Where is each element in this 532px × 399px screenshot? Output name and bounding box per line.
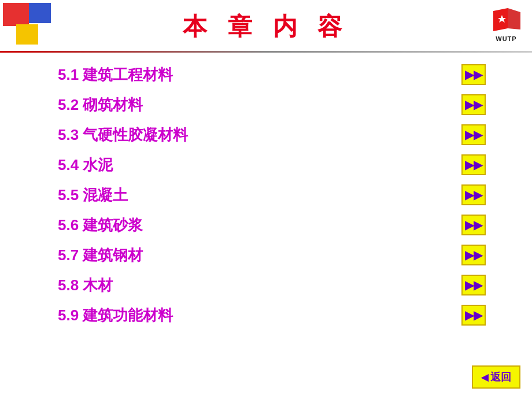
menu-label-5.2: 5.2 砌筑材料 bbox=[58, 95, 143, 115]
arrow-button-5.5[interactable]: ▶▶ bbox=[461, 184, 486, 205]
double-arrow-icon-5.6: ▶▶ bbox=[465, 219, 482, 231]
double-arrow-icon-5.1: ▶▶ bbox=[465, 69, 482, 80]
menu-label-5.9: 5.9 建筑功能材料 bbox=[58, 305, 173, 326]
menu-item-5.4: 5.4 水泥▶▶ bbox=[58, 151, 486, 179]
menu-label-5.5: 5.5 混凝土 bbox=[58, 185, 128, 205]
divider-line bbox=[0, 51, 532, 53]
menu-item-5.7: 5.7 建筑钢材▶▶ bbox=[58, 241, 486, 269]
arrow-button-5.9[interactable]: ▶▶ bbox=[461, 305, 486, 326]
arrow-button-5.8[interactable]: ▶▶ bbox=[461, 275, 486, 295]
return-arrow-icon: ◀ bbox=[481, 372, 488, 383]
double-arrow-icon-5.7: ▶▶ bbox=[465, 249, 482, 261]
double-arrow-icon-5.4: ▶▶ bbox=[465, 159, 482, 171]
menu-item-5.5: 5.5 混凝土▶▶ bbox=[58, 181, 486, 209]
menu-item-5.2: 5.2 砌筑材料▶▶ bbox=[58, 91, 486, 119]
double-arrow-icon-5.8: ▶▶ bbox=[465, 279, 482, 291]
return-button[interactable]: ◀ 返回 bbox=[472, 365, 520, 389]
double-arrow-icon-5.3: ▶▶ bbox=[465, 129, 482, 141]
double-arrow-icon-5.9: ▶▶ bbox=[465, 309, 482, 321]
arrow-button-5.2[interactable]: ▶▶ bbox=[461, 94, 486, 115]
arrow-button-5.4[interactable]: ▶▶ bbox=[461, 154, 486, 175]
menu-container: 5.1 建筑工程材料▶▶5.2 砌筑材料▶▶5.3 气硬性胶凝材料▶▶5.4 水… bbox=[58, 61, 486, 331]
arrow-button-5.1[interactable]: ▶▶ bbox=[461, 64, 486, 85]
arrow-button-5.3[interactable]: ▶▶ bbox=[461, 124, 486, 145]
double-arrow-icon-5.5: ▶▶ bbox=[465, 189, 482, 201]
menu-item-5.9: 5.9 建筑功能材料▶▶ bbox=[58, 301, 486, 329]
menu-item-5.1: 5.1 建筑工程材料▶▶ bbox=[58, 61, 486, 88]
double-arrow-icon-5.2: ▶▶ bbox=[465, 99, 482, 110]
menu-item-5.6: 5.6 建筑砂浆▶▶ bbox=[58, 211, 486, 239]
menu-label-5.8: 5.8 木材 bbox=[58, 275, 113, 295]
return-label: 返回 bbox=[490, 370, 511, 384]
menu-item-5.8: 5.8 木材▶▶ bbox=[58, 271, 486, 299]
page-container: WUTP 本 章 内 容 5.1 建筑工程材料▶▶5.2 砌筑材料▶▶5.3 气… bbox=[0, 0, 532, 399]
menu-item-5.3: 5.3 气硬性胶凝材料▶▶ bbox=[58, 121, 486, 149]
menu-label-5.4: 5.4 水泥 bbox=[58, 155, 113, 175]
arrow-button-5.7[interactable]: ▶▶ bbox=[461, 245, 486, 265]
menu-label-5.1: 5.1 建筑工程材料 bbox=[58, 65, 173, 85]
menu-label-5.3: 5.3 气硬性胶凝材料 bbox=[58, 125, 188, 145]
page-title: 本 章 内 容 bbox=[0, 10, 532, 43]
menu-label-5.7: 5.7 建筑钢材 bbox=[58, 245, 143, 265]
menu-label-5.6: 5.6 建筑砂浆 bbox=[58, 215, 143, 235]
arrow-button-5.6[interactable]: ▶▶ bbox=[461, 215, 486, 235]
